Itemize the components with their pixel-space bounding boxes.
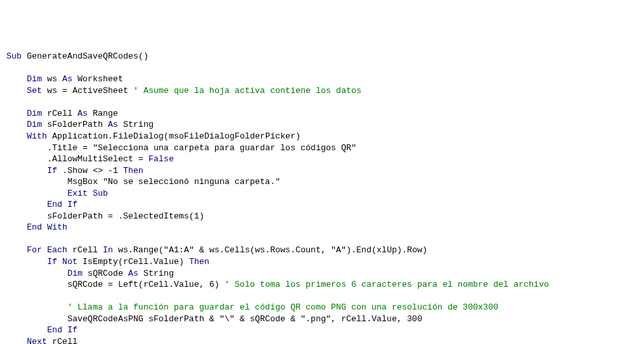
kw-as: As	[62, 74, 73, 84]
kw-dim: Dim	[68, 269, 83, 278]
sub-name: GenerateAndSaveQRCodes()	[21, 51, 148, 61]
kw-end-if: End If	[47, 325, 77, 335]
if-cond: .Show <> -1	[57, 166, 123, 176]
code-block: Sub GenerateAndSaveQRCodes() Dim ws As W…	[6, 51, 638, 344]
kw-exit-sub: Exit Sub	[68, 189, 108, 198]
kw-as: As	[108, 120, 118, 129]
kw-with: With	[27, 131, 47, 141]
kw-end-with: End With	[27, 222, 67, 232]
kw-sub: Sub	[6, 51, 21, 61]
kw-for-each: For Each	[27, 245, 67, 255]
var-sfolder: sFolderPath	[42, 120, 108, 129]
if-empty: IsEmpty(rCell.Value)	[77, 257, 189, 267]
kw-then: Then	[189, 257, 209, 267]
kw-dim: Dim	[27, 109, 42, 118]
var-rcell: rCell	[42, 109, 78, 118]
comment-left6: ' Solo toma los primeros 6 caracteres pa…	[224, 280, 548, 289]
type-range: Range	[88, 109, 118, 118]
comment-assume: ' Asume que la hoja activa contiene los …	[133, 86, 361, 96]
type-string: String	[138, 269, 174, 278]
kw-if: If	[47, 166, 57, 176]
kw-as: As	[77, 109, 88, 118]
with-body: Application.FileDialog(msoFileDialogFold…	[47, 131, 300, 141]
kw-in: In	[103, 245, 113, 255]
kw-then: Then	[123, 166, 143, 176]
next-var: rCell	[47, 337, 77, 344]
kw-set: Set	[27, 86, 42, 96]
kw-next: Next	[27, 337, 47, 344]
type-string: String	[118, 120, 154, 129]
kw-dim: Dim	[27, 120, 42, 129]
kw-if-not: If Not	[47, 257, 77, 267]
for-range: ws.Range("A1:A" & ws.Cells(ws.Rows.Count…	[113, 245, 428, 255]
msgbox-nofolder: MsgBox "No se seleccionó ninguna carpeta…	[68, 177, 281, 187]
comment-call: ' Llama a la función para guardar el cód…	[68, 302, 498, 312]
kw-dim: Dim	[27, 74, 42, 84]
var-ws: ws	[42, 74, 62, 84]
assign-ws: ws = ActiveSheet	[42, 86, 133, 96]
multiselect: .AllowMultiSelect =	[47, 154, 148, 164]
var-sqrcode: sQRCode	[83, 269, 128, 278]
kw-as: As	[128, 269, 138, 278]
saveqr-call: SaveQRCodeAsPNG sFolderPath & "\" & sQRC…	[68, 314, 422, 324]
type-worksheet: Worksheet	[72, 74, 123, 84]
kw-false: False	[148, 154, 174, 164]
sfolder-assign: sFolderPath = .SelectedItems(1)	[47, 211, 204, 221]
sqrcode-assign: sQRCode = Left(rCell.Value, 6)	[68, 280, 225, 289]
title-assign: .Title = "Selecciona una carpeta para gu…	[47, 143, 356, 153]
for-var: rCell	[68, 245, 103, 255]
kw-end-if: End If	[47, 200, 77, 209]
